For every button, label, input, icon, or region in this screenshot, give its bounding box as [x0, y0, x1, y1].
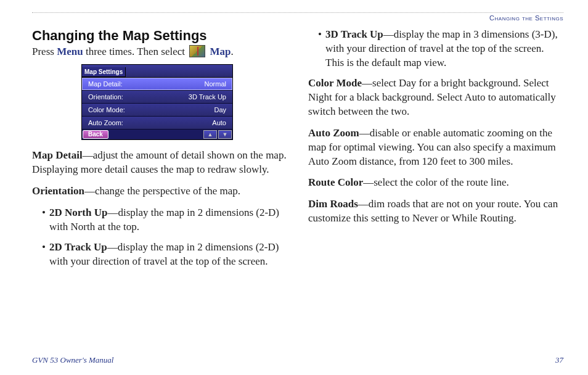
term: 2D North Up	[49, 207, 107, 218]
term: Dim Roads	[308, 198, 358, 210]
term: Route Color	[308, 176, 363, 188]
color-mode-para: Color Mode—select Day for a bright backg…	[308, 76, 563, 119]
section-header: Changing the Settings	[32, 14, 563, 22]
down-arrow-button[interactable]: ▼	[218, 130, 232, 139]
route-color-para: Route Color—select the color of the rout…	[308, 176, 563, 190]
row-value: 3D Track Up	[189, 93, 226, 101]
row-label: Map Detail:	[88, 80, 123, 88]
dim-roads-para: Dim Roads—dim roads that are not on your…	[308, 197, 563, 226]
term: 2D Track Up	[49, 241, 107, 253]
page-title: Changing the Map Settings	[32, 28, 287, 44]
screenshot-row: Map Detail: Normal	[82, 78, 232, 91]
screenshot-row: Orientation: 3D Track Up	[82, 91, 232, 104]
term: 3D Track Up	[325, 28, 383, 40]
row-label: Orientation:	[88, 93, 123, 101]
map-word: Map	[210, 46, 231, 57]
map-icon	[189, 45, 205, 57]
page-number: 37	[555, 355, 563, 365]
row-value: Normal	[205, 80, 226, 88]
row-value: Auto	[212, 119, 226, 126]
divider	[32, 12, 563, 13]
term: Map Detail	[32, 149, 83, 161]
intro-suffix: .	[231, 46, 234, 57]
intro-text: Press Menu three times. Then select Map.	[32, 45, 287, 59]
definition: —change the perspective of the map.	[84, 185, 240, 197]
back-button[interactable]: Back	[83, 130, 108, 139]
term: Auto Zoom	[308, 127, 359, 139]
map-detail-para: Map Detail—adjust the amount of detail s…	[32, 149, 287, 177]
page-footer: GVN 53 Owner's Manual 37	[32, 355, 563, 365]
up-arrow-button[interactable]: ▲	[203, 130, 217, 139]
menu-word: Menu	[57, 46, 83, 57]
orientation-sub-1: 2D North Up—display the map in 2 dimensi…	[44, 206, 287, 234]
row-label: Color Mode:	[88, 106, 125, 113]
row-label: Auto Zoom:	[88, 119, 123, 126]
intro-prefix: Press	[32, 46, 57, 57]
screenshot-row: Color Mode: Day	[82, 104, 232, 117]
left-column: Changing the Map Settings Press Menu thr…	[32, 28, 287, 275]
auto-zoom-para: Auto Zoom—disable or enable automatic zo…	[308, 126, 563, 169]
footer-left: GVN 53 Owner's Manual	[32, 355, 113, 365]
orientation-para: Orientation—change the perspective of th…	[32, 184, 287, 199]
intro-mid: three times. Then select	[83, 46, 188, 57]
definition: —select the color of the route line.	[363, 176, 509, 188]
orientation-sub-2: 2D Track Up—display the map in 2 dimensi…	[44, 241, 287, 269]
right-column: 3D Track Up—display the map in 3 dimensi…	[308, 28, 563, 275]
screenshot-title: Map Settings	[82, 67, 126, 77]
term: Orientation	[32, 185, 84, 197]
orientation-sub-3: 3D Track Up—display the map in 3 dimensi…	[321, 28, 563, 70]
screenshot-row: Auto Zoom: Auto	[82, 117, 232, 130]
row-value: Day	[214, 106, 226, 113]
term: Color Mode	[308, 77, 362, 89]
map-settings-screenshot: Map Settings Map Detail: Normal Orientat…	[81, 64, 233, 140]
screenshot-footer: Back ▲ ▼	[82, 130, 232, 139]
